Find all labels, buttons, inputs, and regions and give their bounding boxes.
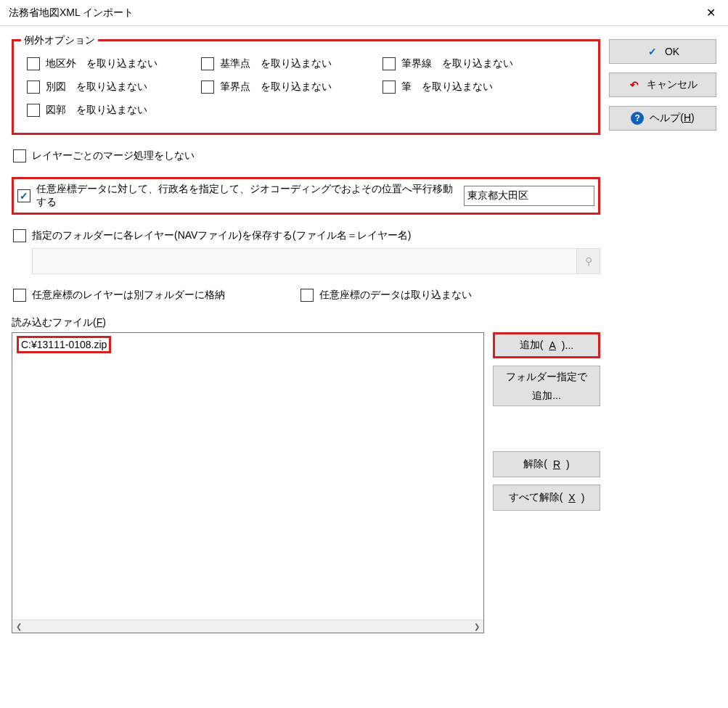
exception-legend: 例外オプション: [21, 34, 98, 47]
chk-fude[interactable]: 筆 を取り込まない: [383, 81, 549, 94]
chk-betsuzu-label: 別図 を取り込まない: [46, 81, 147, 94]
folder-browse-button[interactable]: ⚲: [577, 248, 600, 274]
chk-kijunten-label: 基準点 を取り込まない: [220, 57, 332, 70]
chk-arb-no-import[interactable]: 任意座標のデータは取り込まない: [299, 287, 473, 303]
add-folder-l2: 追加...: [532, 389, 561, 402]
chk-no-merge-label: レイヤーごとのマージ処理をしない: [32, 149, 195, 162]
files-listbox[interactable]: C:¥13111-0108.zip ❮ ❯: [12, 332, 484, 633]
chk-save-folder[interactable]: 指定のフォルダーに各レイヤー(NAVファイル)を保存する(ファイル名＝レイヤー名…: [12, 228, 600, 244]
help-label: ヘルプ(H): [650, 112, 694, 125]
chk-arb-other-folder[interactable]: 任意座標のレイヤーは別フォルダーに格納: [12, 287, 226, 303]
remove-button[interactable]: 解除(R): [493, 451, 600, 477]
ok-button[interactable]: ✓ OK: [609, 39, 716, 64]
undo-icon: ↶: [628, 78, 641, 91]
chk-geocode[interactable]: 任意座標データに対して、行政名を指定して、ジオコーディングでおよその位置へ平行移…: [17, 183, 457, 209]
geocode-input[interactable]: 東京都大田区: [464, 186, 594, 206]
chk-hikkaiten[interactable]: 筆界点 を取り込まない: [201, 81, 383, 94]
check-icon: ✓: [646, 45, 659, 58]
chk-arb-no-import-label: 任意座標のデータは取り込まない: [319, 289, 472, 302]
help-icon: ?: [631, 112, 644, 125]
chk-zukaku[interactable]: 図郭 を取り込まない: [27, 104, 201, 117]
add-folder-button[interactable]: フォルダー指定で 追加...: [493, 366, 600, 406]
help-button[interactable]: ? ヘルプ(H): [609, 106, 716, 131]
chk-geocode-label: 任意座標データに対して、行政名を指定して、ジオコーディングでおよその位置へ平行移…: [36, 183, 457, 209]
chk-hikkaisen[interactable]: 筆界線 を取り込まない: [383, 57, 549, 70]
add-file-button[interactable]: 追加(A)...: [493, 332, 600, 358]
remove-all-button[interactable]: すべて解除(X): [493, 485, 600, 511]
cancel-button[interactable]: ↶ キャンセル: [609, 73, 716, 97]
scroll-right-icon[interactable]: ❯: [470, 620, 483, 633]
chk-hikkaiten-label: 筆界点 を取り込まない: [220, 81, 332, 94]
chk-kijunten[interactable]: 基準点 を取り込まない: [201, 57, 383, 70]
chk-hikkaisen-label: 筆界線 を取り込まない: [401, 57, 513, 70]
file-item-0[interactable]: C:¥13111-0108.zip: [17, 336, 111, 353]
folder-path-input[interactable]: [32, 248, 577, 274]
horizontal-scrollbar[interactable]: ❮ ❯: [12, 620, 483, 633]
files-label: 読み込むファイル(F): [12, 316, 600, 329]
chk-chikugai-label: 地区外 を取り込まない: [46, 57, 158, 70]
search-icon: ⚲: [585, 255, 592, 267]
close-icon: ✕: [706, 6, 716, 20]
exception-options-group: 例外オプション 地区外 を取り込まない 基準点 を取り込まない 筆界線 を取り込…: [12, 39, 600, 135]
close-button[interactable]: ✕: [693, 0, 728, 26]
chk-chikugai[interactable]: 地区外 を取り込まない: [27, 57, 201, 70]
ok-label: OK: [665, 46, 679, 57]
chk-betsuzu[interactable]: 別図 を取り込まない: [27, 81, 201, 94]
geocode-input-value: 東京都大田区: [467, 189, 528, 202]
chk-zukaku-label: 図郭 を取り込まない: [46, 104, 147, 117]
chk-no-merge[interactable]: レイヤーごとのマージ処理をしない: [12, 148, 600, 164]
add-folder-l1: フォルダー指定で: [506, 370, 587, 383]
chk-arb-other-folder-label: 任意座標のレイヤーは別フォルダーに格納: [32, 289, 225, 302]
cancel-label: キャンセル: [647, 78, 698, 91]
chk-fude-label: 筆 を取り込まない: [401, 81, 493, 94]
chk-save-folder-label: 指定のフォルダーに各レイヤー(NAVファイル)を保存する(ファイル名＝レイヤー名…: [32, 229, 411, 242]
scroll-left-icon[interactable]: ❮: [12, 620, 25, 633]
window-title: 法務省地図XML インポート: [9, 7, 134, 20]
